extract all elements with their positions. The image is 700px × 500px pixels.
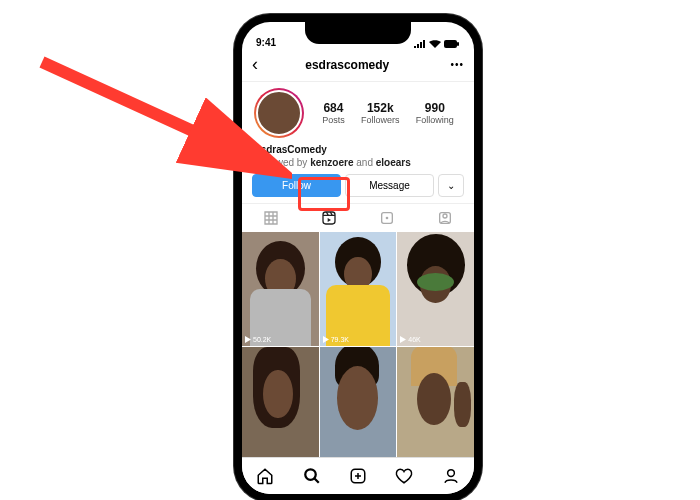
profile-tabs: [242, 203, 474, 232]
followed-by: Followed by kenzoere and eloears: [254, 157, 462, 168]
profile-bio: EsdrasComedy Followed by kenzoere and el…: [242, 144, 474, 168]
tagged-icon: [437, 210, 453, 226]
stat-followers[interactable]: 152kFollowers: [361, 101, 400, 125]
grid-icon: [263, 210, 279, 226]
reel-item[interactable]: [242, 347, 319, 461]
reel-item[interactable]: [320, 347, 397, 461]
more-icon[interactable]: •••: [450, 59, 464, 70]
svg-point-8: [443, 214, 447, 218]
guide-icon: [379, 210, 395, 226]
svg-point-9: [305, 469, 316, 480]
stat-following[interactable]: 990Following: [416, 101, 454, 125]
phone-notch: [305, 22, 411, 44]
reel-item[interactable]: [397, 347, 474, 461]
activity-icon[interactable]: [395, 467, 413, 485]
stat-posts[interactable]: 684Posts: [322, 101, 345, 125]
signal-icon: [414, 40, 426, 48]
profile-row: 684Posts 152kFollowers 990Following: [242, 82, 474, 144]
svg-point-6: [386, 217, 389, 220]
home-icon[interactable]: [256, 467, 274, 485]
phone-frame: 9:41 ‹ esdrascomedy ••• 684Posts 152kFol…: [234, 14, 482, 500]
reel-item[interactable]: 46K: [397, 232, 474, 346]
svg-point-11: [447, 470, 454, 477]
new-post-icon[interactable]: [349, 467, 367, 485]
profile-header: ‹ esdrascomedy •••: [242, 48, 474, 82]
wifi-icon: [429, 40, 441, 48]
tab-reels[interactable]: [300, 204, 358, 232]
screen: 9:41 ‹ esdrascomedy ••• 684Posts 152kFol…: [242, 22, 474, 494]
profile-stats: 684Posts 152kFollowers 990Following: [314, 101, 462, 125]
tab-tagged[interactable]: [416, 204, 474, 232]
tab-grid[interactable]: [242, 204, 300, 232]
status-time: 9:41: [256, 37, 276, 48]
profile-username: esdrascomedy: [244, 58, 450, 72]
bottom-nav: [242, 457, 474, 494]
reels-grid: 50.2K 79.3K 46K: [242, 232, 474, 462]
svg-rect-4: [323, 212, 335, 224]
status-icons: [414, 40, 460, 48]
suggest-chevron-button[interactable]: ⌄: [438, 174, 464, 197]
svg-rect-2: [444, 40, 457, 48]
action-buttons: Follow Message ⌄: [242, 168, 474, 203]
search-icon[interactable]: [303, 467, 321, 485]
svg-rect-3: [457, 42, 459, 46]
play-icon: [400, 336, 406, 343]
battery-icon: [444, 40, 460, 48]
tab-guides[interactable]: [358, 204, 416, 232]
avatar[interactable]: [254, 88, 304, 138]
play-icon: [323, 336, 329, 343]
reel-item[interactable]: 50.2K: [242, 232, 319, 346]
message-button[interactable]: Message: [345, 174, 434, 197]
reels-icon: [321, 210, 337, 226]
follow-button[interactable]: Follow: [252, 174, 341, 197]
reel-item[interactable]: 79.3K: [320, 232, 397, 346]
play-icon: [245, 336, 251, 343]
profile-icon[interactable]: [442, 467, 460, 485]
display-name: EsdrasComedy: [254, 144, 462, 155]
